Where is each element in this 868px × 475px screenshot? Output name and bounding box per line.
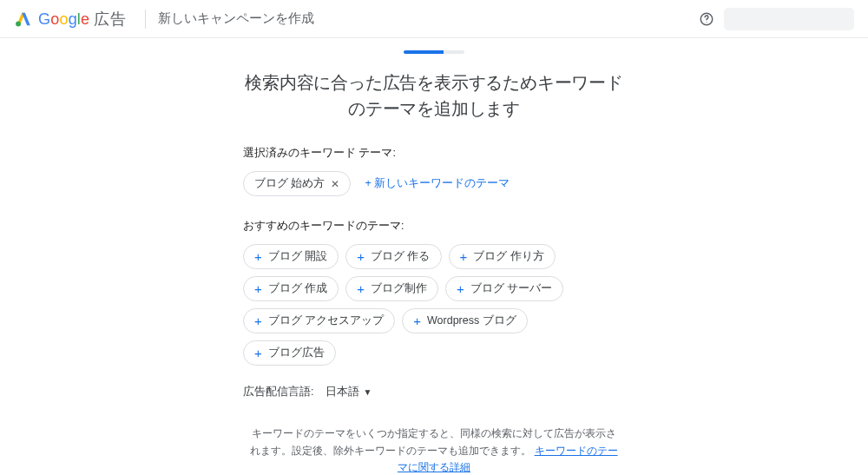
language-select[interactable]: 日本語 ▼ xyxy=(326,385,372,399)
selected-theme-chip[interactable]: ブログ 始め方 ✕ xyxy=(243,171,351,196)
chip-label: Wordpress ブログ xyxy=(427,313,516,328)
plus-icon: + xyxy=(254,282,262,295)
suggested-theme-chip[interactable]: +ブログ広告 xyxy=(243,340,336,366)
suggested-themes-label: おすすめのキーワードのテーマ: xyxy=(243,219,625,234)
divider xyxy=(145,10,146,29)
plus-icon: + xyxy=(357,282,365,295)
progress-bar xyxy=(404,50,464,54)
add-theme-link[interactable]: + 新しいキーワードのテーマ xyxy=(358,171,516,196)
plus-icon: + xyxy=(254,250,262,263)
remove-icon[interactable]: ✕ xyxy=(331,178,339,190)
chip-label: ブログ 作り方 xyxy=(473,249,543,264)
suggested-theme-chip[interactable]: +ブログ 作る xyxy=(345,244,441,269)
caret-down-icon: ▼ xyxy=(363,387,372,397)
svg-point-0 xyxy=(16,21,21,26)
svg-point-2 xyxy=(706,22,707,23)
chip-label: ブログ 作成 xyxy=(268,281,327,296)
ads-icon xyxy=(14,10,33,29)
selected-themes-label: 選択済みのキーワード テーマ: xyxy=(243,146,625,161)
step-heading: 検索内容に合った広告を表示するためキーワードのテーマを追加します xyxy=(243,69,625,122)
suggested-theme-chip[interactable]: +ブログ サーバー xyxy=(445,276,563,301)
help-note: キーワードのテーマをいくつか指定すると、同様の検索に対して広告が表示されます。設… xyxy=(248,426,620,475)
help-icon[interactable] xyxy=(698,10,715,28)
chip-label: ブログ アクセスアップ xyxy=(268,313,384,328)
page-title: 新しいキャンペーンを作成 xyxy=(158,10,314,27)
suggested-theme-chip[interactable]: +ブログ アクセスアップ xyxy=(243,308,395,333)
chip-label: ブログ 始め方 xyxy=(254,176,325,191)
chip-label: ブログ サーバー xyxy=(470,281,552,296)
suggested-theme-chip[interactable]: +ブログ 作り方 xyxy=(449,244,556,269)
google-ads-logo: Google 広告 xyxy=(14,9,126,30)
product-name: Google 広告 xyxy=(38,9,126,30)
language-label: 広告配信言語: xyxy=(243,385,313,399)
plus-icon: + xyxy=(357,250,365,263)
plus-icon: + xyxy=(460,250,468,263)
app-header: Google 広告 新しいキャンペーンを作成 xyxy=(0,0,868,38)
account-switcher[interactable] xyxy=(724,8,854,30)
plus-icon: + xyxy=(413,314,421,327)
suggested-theme-chip[interactable]: +ブログ制作 xyxy=(345,276,438,301)
chip-label: ブログ 開設 xyxy=(268,249,327,264)
language-value: 日本語 xyxy=(326,385,359,399)
suggested-theme-chip[interactable]: +ブログ 作成 xyxy=(243,276,339,301)
plus-icon: + xyxy=(254,314,262,327)
chip-label: ブログ 作る xyxy=(371,249,430,264)
chip-label: ブログ広告 xyxy=(268,346,325,360)
suggested-theme-chip[interactable]: +ブログ 開設 xyxy=(243,244,339,269)
suggested-theme-chip[interactable]: +Wordpress ブログ xyxy=(402,308,527,333)
plus-icon: + xyxy=(457,282,464,295)
chip-label: ブログ制作 xyxy=(371,281,427,296)
plus-icon: + xyxy=(254,346,262,360)
